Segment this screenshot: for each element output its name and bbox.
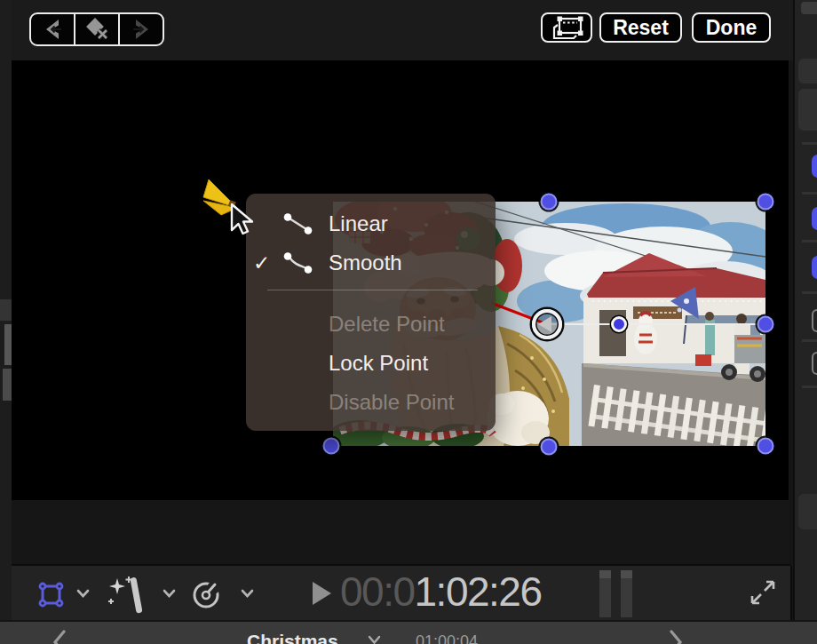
inspector-field-fragment	[798, 494, 817, 529]
inspector-divider	[802, 291, 817, 294]
handle-bottom-left[interactable]	[323, 438, 340, 455]
keyframe-point-control[interactable]	[532, 309, 562, 339]
inspector-sliver	[793, 0, 817, 620]
fullscreen-icon[interactable]	[749, 578, 777, 607]
previous-keyframe-icon	[41, 18, 65, 41]
retime-chevron-icon[interactable]	[241, 589, 254, 598]
menu-item-label: Lock Point	[329, 351, 428, 376]
menu-item-lock-point[interactable]: Lock Point	[246, 344, 496, 383]
inspector-toggle-on[interactable]	[812, 207, 817, 230]
next-keyframe-button[interactable]	[118, 14, 163, 44]
project-menu-chevron-icon[interactable]	[368, 635, 381, 644]
inspector-divider	[802, 240, 817, 242]
keyframe-nav-group	[29, 12, 164, 46]
timeline-index-strip: Christmas 01:00:04	[0, 620, 817, 644]
left-panel-fragment	[0, 299, 12, 321]
inspector-button-fragment[interactable]	[812, 352, 817, 375]
timecode-dim: 00:0	[340, 568, 415, 615]
checkmark: ✓	[246, 251, 282, 275]
handle-top-right[interactable]	[758, 194, 774, 211]
inspector-divider	[802, 386, 817, 388]
handle-bottom-center[interactable]	[541, 439, 558, 456]
menu-item-label: Linear	[329, 211, 388, 236]
play-button[interactable]	[313, 582, 331, 605]
next-project-chevron-icon[interactable]	[668, 629, 684, 644]
done-button-label: Done	[706, 16, 758, 40]
inspector-field-fragment	[798, 89, 817, 131]
reset-button[interactable]: Reset	[599, 12, 682, 43]
delete-keyframe-button[interactable]	[74, 14, 118, 44]
menu-item-label: Delete Point	[329, 312, 445, 337]
enhancements-tool-icon[interactable]	[105, 575, 146, 614]
previous-project-chevron-icon[interactable]	[52, 629, 67, 644]
left-panel-fragment	[4, 324, 12, 365]
timecode-bright: 1:02:26	[415, 568, 542, 615]
app-window: Reset Done	[0, 0, 817, 644]
enhancements-chevron-icon[interactable]	[163, 589, 176, 598]
left-panel-sliver	[0, 0, 12, 644]
inspector-toggle-on[interactable]	[812, 256, 817, 279]
done-button[interactable]: Done	[692, 12, 771, 43]
tangent-handle-dot[interactable]	[611, 316, 627, 332]
keyframe-ribbon-icon	[202, 178, 242, 217]
retime-tool-icon[interactable]	[191, 578, 223, 610]
previous-keyframe-button[interactable]	[31, 14, 74, 44]
keyframe-context-menu: Linear ✓ Smooth Delete Point Lock Point	[246, 194, 496, 431]
transform-tool-icon[interactable]	[36, 580, 66, 609]
next-keyframe-icon	[130, 18, 154, 41]
delete-keyframe-icon	[83, 17, 110, 42]
project-duration: 01:00:04	[416, 632, 478, 644]
project-title[interactable]: Christmas	[247, 631, 338, 644]
viewer-top-bar: Reset Done	[12, 0, 793, 60]
menu-separator	[267, 290, 478, 290]
viewer-toolbar: 00:01:02:26	[12, 564, 790, 620]
anchor-cone-icon	[538, 316, 551, 332]
handle-bottom-right[interactable]	[758, 438, 774, 455]
audio-meter-right	[621, 570, 632, 617]
timecode-display[interactable]: 00:01:02:26	[340, 568, 542, 616]
handle-top-center[interactable]	[541, 194, 558, 211]
menu-item-label: Smooth	[329, 250, 402, 275]
transform-overlay-icon	[551, 16, 583, 40]
viewer-background	[12, 500, 789, 562]
transform-tool-chevron-icon[interactable]	[76, 589, 90, 598]
audio-meter-left	[599, 570, 611, 617]
smooth-curve-icon	[282, 250, 319, 275]
menu-item-linear[interactable]: Linear	[246, 204, 496, 243]
reset-button-label: Reset	[613, 16, 669, 40]
inspector-divider	[802, 339, 817, 342]
toolbar-divider	[790, 566, 792, 620]
inspector-button-fragment[interactable]	[812, 309, 817, 332]
viewer-canvas: Linear ✓ Smooth Delete Point Lock Point	[12, 60, 789, 500]
inspector-divider	[802, 142, 817, 145]
menu-item-smooth[interactable]: ✓ Smooth	[246, 243, 496, 282]
menu-item-label: Disable Point	[329, 390, 454, 415]
transform-overlay-button[interactable]	[541, 12, 592, 43]
handle-right-middle[interactable]	[758, 316, 774, 333]
inspector-toggle-on[interactable]	[812, 155, 817, 178]
scrollbar-fragment[interactable]	[801, 2, 817, 14]
inspector-divider	[802, 192, 817, 195]
left-panel-fragment	[3, 369, 12, 401]
menu-item-delete-point: Delete Point	[246, 305, 496, 344]
linear-curve-icon	[282, 211, 319, 236]
menu-item-disable-point: Disable Point	[246, 383, 496, 422]
inspector-field-fragment	[798, 59, 817, 83]
